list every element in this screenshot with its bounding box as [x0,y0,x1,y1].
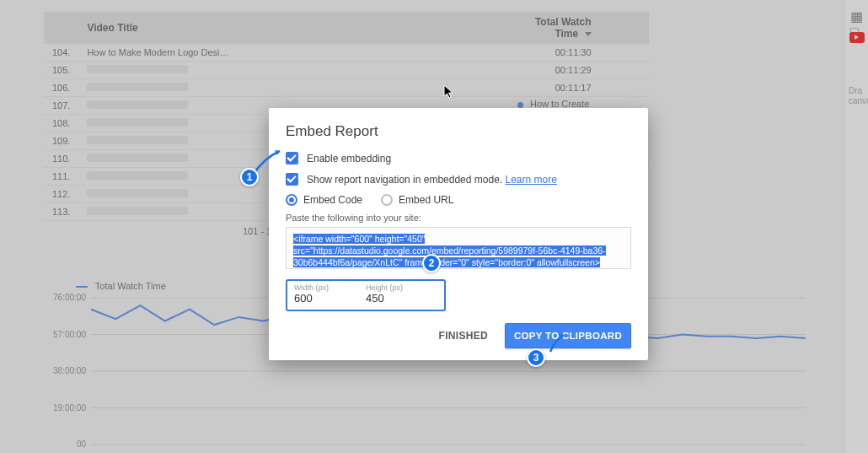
embed-url-radio[interactable]: Embed URL [381,194,453,206]
copy-to-clipboard-button[interactable]: COPY TO CLIPBOARD [505,323,631,348]
paste-instructions: Paste the following into your site: [286,213,631,223]
page-root: Video Title Total Watch Time 104.How to … [0,0,868,453]
radio-selected-icon [286,194,297,206]
dialog-title: Embed Report [286,123,631,140]
enable-embedding-label: Enable embedding [307,153,391,164]
annotation-badge-1: 1 [240,168,259,186]
finished-button[interactable]: FINISHED [432,323,495,348]
embed-code-textarea[interactable]: <iframe width="600" height="450" src="ht… [286,227,631,269]
annotation-badge-2: 2 [422,254,441,272]
embed-code-radio-label: Embed Code [303,194,362,206]
height-input[interactable] [366,292,437,305]
enable-embedding-checkbox[interactable] [286,152,298,164]
radio-unselected-icon [381,194,393,206]
width-label: Width (px) [294,283,366,292]
embed-code-text: <iframe width="600" height="450" src="ht… [293,234,606,269]
learn-more-link[interactable]: Learn more [506,174,557,186]
dimensions-group: Width (px) Height (px) [286,279,446,311]
show-navigation-label: Show report navigation in embedded mode. [307,174,502,186]
embed-code-radio[interactable]: Embed Code [286,194,362,206]
show-navigation-checkbox[interactable] [286,173,298,186]
embed-report-dialog: Embed Report Enable embedding Show repor… [269,108,648,360]
height-label: Height (px) [366,283,437,292]
width-input[interactable] [294,292,366,305]
embed-url-radio-label: Embed URL [399,194,453,206]
annotation-badge-3: 3 [527,348,545,367]
